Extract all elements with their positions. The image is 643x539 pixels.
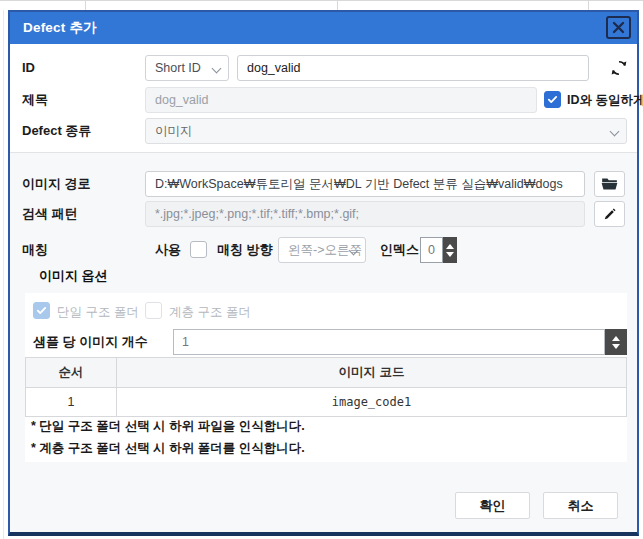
image-path-value: D:₩WorkSpace₩튜토리얼 문서₩DL 기반 Defect 분류 실습₩…	[155, 177, 563, 191]
image-options-header: 이미지 옵션	[39, 267, 108, 285]
refresh-button[interactable]	[609, 58, 629, 78]
table-row[interactable]: 1 image_code1	[26, 388, 627, 417]
folder-icon	[601, 177, 618, 191]
background-grid-line	[85, 0, 86, 10]
single-folder-label: 단일 구조 폴더	[57, 304, 139, 321]
background-grid-line	[588, 0, 589, 10]
same-as-id-label: ID와 동일하게	[567, 87, 643, 113]
table-cell-order: 1	[26, 388, 117, 417]
note-hierarchical-folder: * 계층 구조 폴더 선택 시 하위 폴더를 인식합니다.	[31, 440, 305, 457]
chevron-down-icon	[212, 64, 222, 74]
matching-direction-select[interactable]: 왼쪽->오른쪽	[278, 237, 366, 263]
matching-use-label: 사용	[155, 237, 181, 263]
spin-down-icon	[612, 344, 620, 349]
refresh-icon	[609, 58, 629, 78]
browse-folder-button[interactable]	[594, 171, 625, 197]
same-as-id-checkbox[interactable]	[544, 91, 561, 108]
check-icon	[36, 305, 47, 316]
id-type-value: Short ID	[155, 61, 201, 75]
cancel-button[interactable]: 취소	[543, 492, 618, 519]
matching-row: 매칭 사용 매칭 방향 왼쪽->오른쪽 인덱스 0	[10, 237, 637, 263]
spin-up-icon	[446, 244, 454, 249]
matching-index-label: 인덱스	[380, 237, 419, 263]
defect-type-label: Defect 종류	[22, 118, 91, 144]
close-icon	[612, 21, 625, 34]
image-code-table: 순서 이미지 코드 1 image_code1	[25, 357, 627, 417]
images-per-sample-spin-buttons[interactable]	[605, 329, 627, 355]
image-path-row: 이미지 경로 D:₩WorkSpace₩튜토리얼 문서₩DL 기반 Defect…	[10, 171, 637, 197]
table-header-image-code: 이미지 코드	[117, 358, 627, 388]
table-header-order: 순서	[26, 358, 117, 388]
id-value: dog_valid	[247, 61, 301, 75]
matching-use-checkbox[interactable]	[190, 241, 207, 258]
image-options-group: 단일 구조 폴더 계층 구조 폴더 샘플 당 이미지 개수 1 순서	[25, 293, 627, 462]
matching-index-spinner: 0	[420, 237, 456, 263]
background-grid-line	[0, 0, 643, 1]
id-type-select[interactable]: Short ID	[145, 55, 229, 81]
pencil-icon	[603, 207, 617, 221]
image-path-input[interactable]: D:₩WorkSpace₩튜토리얼 문서₩DL 기반 Defect 분류 실습₩…	[145, 171, 585, 197]
spin-up-icon	[612, 336, 620, 341]
search-pattern-input[interactable]: *.jpg;*.jpeg;*.png;*.tif;*.tiff;*.bmp;*.…	[145, 201, 585, 227]
defect-add-dialog: Defect 추가 ID Short ID dog_valid	[8, 10, 639, 536]
spin-down-icon	[446, 252, 454, 257]
hierarchical-folder-checkbox[interactable]	[145, 302, 162, 319]
dialog-title: Defect 추가	[10, 19, 97, 37]
hierarchical-folder-label: 계층 구조 폴더	[169, 304, 251, 321]
image-path-label: 이미지 경로	[22, 171, 91, 197]
search-pattern-row: 검색 패턴 *.jpg;*.jpeg;*.png;*.tif;*.tiff;*.…	[10, 201, 637, 227]
matching-direction-label: 매칭 방향	[217, 237, 273, 263]
title-label: 제목	[22, 87, 48, 113]
id-input[interactable]: dog_valid	[237, 55, 589, 81]
screen: Defect 추가 ID Short ID dog_valid	[0, 0, 643, 539]
background-grid-line	[337, 0, 338, 10]
defect-type-row: Defect 종류 이미지	[10, 118, 637, 144]
title-input[interactable]: dog_valid	[145, 87, 537, 113]
defect-type-select[interactable]: 이미지	[145, 118, 627, 144]
dialog-titlebar: Defect 추가	[10, 12, 637, 44]
matching-index-spin-buttons[interactable]	[443, 237, 457, 263]
id-label: ID	[22, 55, 35, 81]
note-single-folder: * 단일 구조 폴더 선택 시 하위 파일을 인식합니다.	[31, 418, 305, 435]
matching-index-input[interactable]: 0	[420, 237, 443, 263]
search-pattern-value: *.jpg;*.jpeg;*.png;*.tif;*.tiff;*.bmp;*.…	[155, 207, 359, 221]
ok-button[interactable]: 확인	[455, 492, 530, 519]
images-per-sample-label: 샘플 당 이미지 개수	[33, 329, 148, 355]
images-per-sample-input[interactable]: 1	[173, 329, 605, 355]
chevron-down-icon	[610, 127, 620, 137]
title-row: 제목 dog_valid ID와 동일하게	[10, 87, 637, 113]
defect-type-value: 이미지	[155, 124, 193, 138]
id-row: ID Short ID dog_valid	[10, 55, 637, 81]
folder-structure-row: 단일 구조 폴더 계층 구조 폴더	[25, 300, 627, 326]
close-button[interactable]	[606, 16, 631, 39]
images-per-sample-row: 샘플 당 이미지 개수 1	[25, 329, 627, 355]
check-icon	[547, 94, 558, 105]
single-folder-checkbox[interactable]	[33, 302, 50, 319]
search-pattern-label: 검색 패턴	[22, 201, 78, 227]
background-grid-line	[3, 10, 4, 539]
edit-pattern-button[interactable]	[594, 201, 625, 227]
table-cell-image-code: image_code1	[117, 388, 627, 417]
images-per-sample-spinner: 1	[173, 329, 627, 355]
matching-label: 매칭	[22, 237, 48, 263]
table-header-row: 순서 이미지 코드	[26, 358, 627, 388]
title-value: dog_valid	[155, 93, 209, 107]
